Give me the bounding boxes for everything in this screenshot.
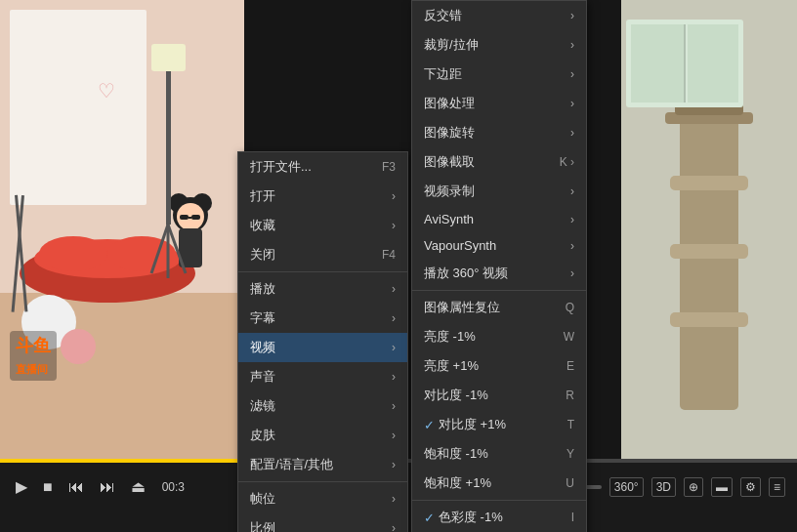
menu-sep-1 — [238, 271, 407, 272]
menu-sep-r2 — [412, 500, 586, 501]
menu-config[interactable]: 配置/语言/其他 › — [238, 450, 407, 479]
btn-settings[interactable]: ⚙ — [740, 477, 761, 497]
menu-right: 反交错 › 裁剪/拉伸 › 下边距 › 图像处理 › 图像旋转 › 图像截取 K… — [411, 0, 587, 532]
menu-brightness-down[interactable]: 亮度 -1% W — [412, 322, 586, 351]
menu-filter[interactable]: 滤镜 › — [238, 391, 407, 421]
menu-screenshot[interactable]: 图像截取 K › — [412, 147, 586, 177]
menu-image-rotate[interactable]: 图像旋转 › — [412, 118, 586, 147]
menu-skin[interactable]: 皮肤 › — [238, 421, 407, 450]
menu-play[interactable]: 播放 › — [238, 274, 407, 304]
menu-open[interactable]: 打开 › — [238, 182, 407, 211]
menu-vapoursynth[interactable]: VapourSynth › — [412, 232, 586, 259]
menu-close[interactable]: 关闭 F4 — [238, 240, 407, 269]
menu-deinterlace[interactable]: 反交错 › — [412, 1, 586, 30]
menu-subtitle[interactable]: 字幕 › — [238, 304, 407, 333]
menu-sep-r1 — [412, 290, 586, 291]
menu-hue-down[interactable]: ✓ 色彩度 -1% I — [412, 503, 586, 532]
next-button[interactable]: ⏭ — [96, 476, 119, 498]
play-button[interactable]: ▶ — [12, 475, 31, 498]
context-menu-overlay: 打开文件... F3 打开 › 收藏 › 关闭 F4 播放 › 字幕 › 视频 … — [0, 0, 797, 459]
menu-avisynth[interactable]: AviSynth › — [412, 206, 586, 232]
progress-fill — [0, 459, 239, 463]
btn-360[interactable]: 360° — [609, 477, 644, 497]
time-display: 00:3 — [162, 480, 185, 494]
menu-video-record[interactable]: 视频录制 › — [412, 177, 586, 206]
menu-reset-image[interactable]: 图像属性复位 Q — [412, 293, 586, 322]
stop-button[interactable]: ■ — [39, 476, 57, 498]
btn-3d[interactable]: 3D — [651, 477, 676, 497]
menu-crop-stretch[interactable]: 裁剪/拉伸 › — [412, 30, 586, 60]
right-controls: 360° 3D ⊕ ▬ ⚙ ≡ — [609, 477, 785, 497]
menu-video[interactable]: 视频 › — [238, 333, 407, 362]
menu-image-process[interactable]: 图像处理 › — [412, 89, 586, 118]
menu-saturation-down[interactable]: 饱和度 -1% Y — [412, 439, 586, 469]
eject-button[interactable]: ⏏ — [127, 475, 149, 498]
btn-zoom[interactable]: ⊕ — [684, 477, 703, 497]
prev-button[interactable]: ⏮ — [64, 476, 88, 498]
menu-favorites[interactable]: 收藏 › — [238, 211, 407, 240]
menu-contrast-up[interactable]: ✓ 对比度 +1% T — [412, 410, 586, 439]
menu-audio[interactable]: 声音 › — [238, 362, 407, 391]
menu-bottom-margin[interactable]: 下边距 › — [412, 60, 586, 89]
menu-open-file[interactable]: 打开文件... F3 — [238, 152, 407, 182]
btn-aspect[interactable]: ▬ — [711, 477, 733, 497]
menu-contrast-down[interactable]: 对比度 -1% R — [412, 381, 586, 410]
menu-ratio[interactable]: 比例 › — [238, 513, 407, 532]
menu-saturation-up[interactable]: 饱和度 +1% U — [412, 469, 586, 498]
menu-360video[interactable]: 播放 360° 视频 › — [412, 259, 586, 288]
menu-sep-2 — [238, 481, 407, 482]
menu-frame[interactable]: 帧位 › — [238, 484, 407, 513]
btn-menu[interactable]: ≡ — [769, 477, 785, 497]
menu-left: 打开文件... F3 打开 › 收藏 › 关闭 F4 播放 › 字幕 › 视频 … — [237, 151, 408, 532]
menu-brightness-up[interactable]: 亮度 +1% E — [412, 351, 586, 381]
